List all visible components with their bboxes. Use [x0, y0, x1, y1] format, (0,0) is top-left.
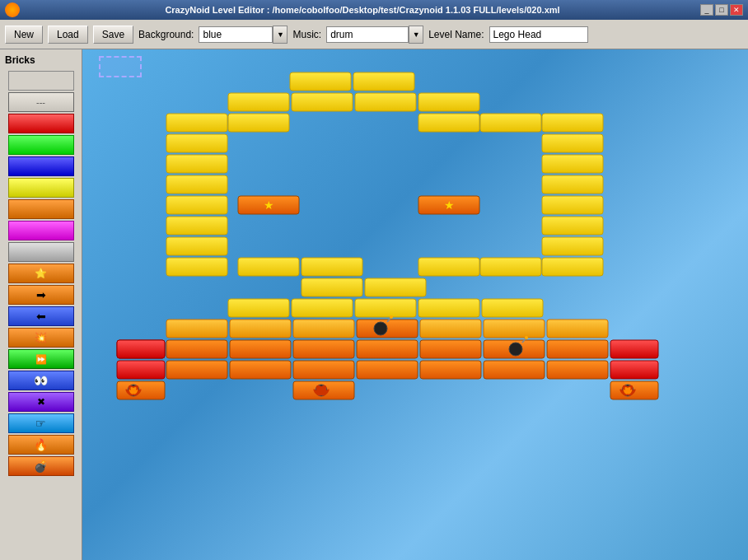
brick-ff[interactable]: ⏩ — [8, 349, 74, 369]
svg-rect-12 — [166, 237, 227, 255]
svg-rect-0 — [290, 72, 351, 91]
svg-point-58 — [509, 343, 522, 356]
svg-rect-61 — [547, 340, 608, 358]
svg-rect-4 — [355, 93, 416, 111]
svg-rect-8 — [166, 155, 227, 173]
svg-rect-33 — [418, 258, 479, 276]
brick-red[interactable] — [8, 114, 74, 133]
svg-rect-49 — [547, 320, 608, 338]
brick-eyes[interactable]: 👀 — [8, 371, 74, 390]
brick-x[interactable]: ✖ — [8, 392, 74, 412]
title-bar: CrazyNoid Level Editor : /home/cobolfoo/… — [0, 0, 748, 20]
main-area: Bricks --- ⭐ ➡ ⬅ 💥 ⏩ 👀 ✖ ☞ 🔥 💣 — [0, 49, 748, 560]
svg-rect-42 — [293, 320, 354, 338]
brick-fire[interactable]: 🔥 — [8, 435, 74, 455]
svg-rect-13 — [166, 258, 227, 276]
svg-rect-32 — [365, 278, 426, 296]
brick-bomb[interactable]: 💣 — [8, 456, 74, 476]
svg-rect-36 — [292, 299, 353, 317]
music-select-wrap: drum jazz rock ▼ — [326, 26, 423, 44]
svg-rect-14 — [542, 114, 603, 132]
svg-rect-39 — [482, 299, 543, 317]
svg-rect-34 — [480, 258, 541, 276]
brick-green[interactable] — [8, 135, 74, 155]
brick-star[interactable]: ⭐ — [8, 264, 74, 283]
svg-rect-24 — [480, 114, 541, 132]
svg-rect-23 — [418, 114, 479, 132]
brick-dashes[interactable]: --- — [8, 92, 74, 112]
svg-point-60 — [525, 336, 528, 339]
bricks-title: Bricks — [3, 53, 78, 68]
background-dropdown-arrow[interactable]: ▼ — [273, 26, 288, 44]
toolbar: New Load Save Background: blue red green… — [0, 20, 748, 49]
music-select[interactable]: drum jazz rock — [326, 26, 409, 43]
background-label: Background: — [138, 29, 194, 40]
level-name-label: Level Name: — [428, 29, 484, 40]
svg-rect-54 — [293, 340, 354, 358]
brick-gray[interactable] — [8, 242, 74, 262]
brick-hand[interactable]: ☞ — [8, 413, 74, 433]
svg-rect-3 — [292, 93, 353, 111]
svg-rect-64 — [166, 361, 227, 379]
level-name-input[interactable] — [489, 26, 588, 43]
svg-rect-71 — [610, 361, 658, 379]
svg-rect-69 — [484, 361, 545, 379]
svg-rect-22 — [228, 114, 289, 132]
svg-rect-51 — [117, 340, 165, 358]
window-controls: _ □ ✕ — [700, 4, 743, 16]
svg-rect-18 — [542, 196, 603, 214]
svg-rect-21 — [542, 258, 603, 276]
load-button[interactable]: Load — [48, 26, 88, 44]
brick-blank[interactable] — [8, 71, 74, 91]
level-canvas[interactable]: ★ ★ — [110, 58, 720, 519]
brick-arrow-right[interactable]: ➡ — [8, 285, 74, 305]
brick-arrow-left[interactable]: ⬅ — [8, 306, 74, 326]
bricks-panel: Bricks --- ⭐ ➡ ⬅ 💥 ⏩ 👀 ✖ ☞ 🔥 💣 — [0, 49, 82, 560]
app-icon — [5, 2, 20, 17]
svg-rect-9 — [166, 175, 227, 194]
background-select-wrap: blue red green ▼ — [199, 26, 288, 44]
close-button[interactable]: ✕ — [730, 4, 743, 16]
svg-rect-56 — [420, 340, 481, 358]
svg-rect-65 — [230, 361, 291, 379]
svg-rect-2 — [228, 93, 289, 111]
level-svg: ★ ★ — [110, 58, 720, 519]
svg-rect-31 — [302, 278, 362, 296]
window-title: CrazyNoid Level Editor : /home/cobolfoo/… — [165, 5, 559, 15]
svg-rect-7 — [166, 134, 227, 152]
svg-rect-20 — [542, 237, 603, 255]
save-button[interactable]: Save — [93, 26, 133, 44]
new-button[interactable]: New — [5, 26, 43, 44]
svg-text:★: ★ — [264, 198, 274, 212]
svg-rect-68 — [420, 361, 481, 379]
music-label: Music: — [292, 29, 321, 40]
svg-point-46 — [390, 315, 393, 319]
svg-rect-48 — [484, 320, 545, 338]
svg-rect-5 — [418, 93, 479, 111]
brick-purple[interactable] — [8, 221, 74, 240]
maximize-button[interactable]: □ — [715, 4, 728, 16]
background-select[interactable]: blue red green — [199, 26, 273, 43]
svg-rect-17 — [542, 175, 603, 194]
svg-text:★: ★ — [444, 198, 455, 212]
svg-rect-70 — [547, 361, 608, 379]
svg-rect-15 — [542, 134, 603, 152]
svg-rect-11 — [166, 217, 227, 235]
brick-yellow[interactable] — [8, 178, 74, 198]
svg-rect-67 — [357, 361, 418, 379]
svg-rect-35 — [228, 299, 289, 317]
svg-rect-19 — [542, 217, 603, 235]
svg-rect-10 — [166, 196, 227, 214]
music-dropdown-arrow[interactable]: ▼ — [409, 26, 423, 44]
svg-rect-47 — [420, 320, 481, 338]
svg-rect-40 — [166, 320, 227, 338]
svg-rect-41 — [230, 320, 291, 338]
brick-boom[interactable]: 💥 — [8, 328, 74, 348]
svg-rect-1 — [353, 72, 414, 91]
svg-rect-16 — [542, 155, 603, 173]
brick-blue[interactable] — [8, 156, 74, 176]
brick-orange[interactable] — [8, 199, 74, 219]
minimize-button[interactable]: _ — [700, 4, 713, 16]
canvas-area[interactable]: ★ ★ — [82, 49, 748, 560]
svg-rect-52 — [166, 340, 227, 358]
